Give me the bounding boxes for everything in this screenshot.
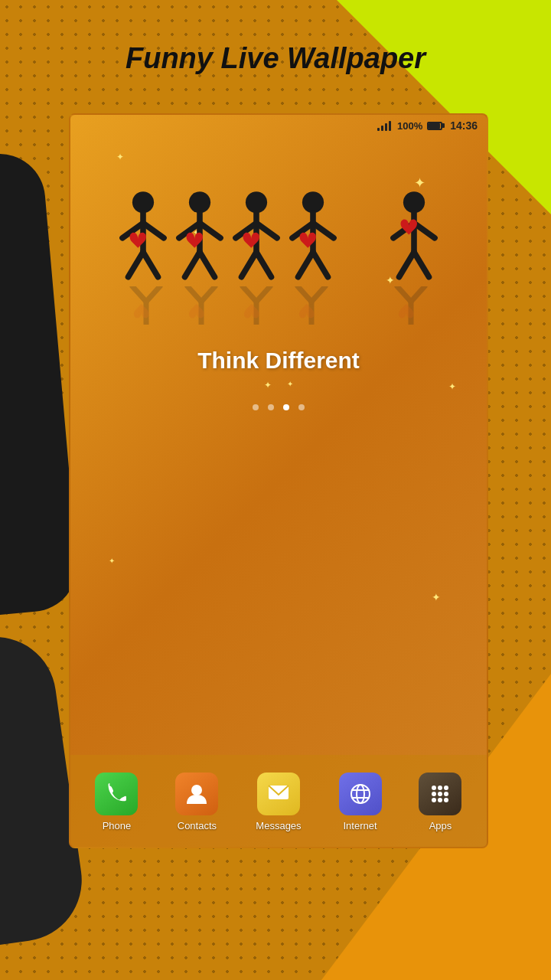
svg-line-29 — [414, 252, 429, 277]
dock-item-messages[interactable]: Messages — [256, 773, 301, 831]
bottom-dock: Phone Contacts Messages — [70, 755, 487, 847]
svg-point-52 — [438, 786, 442, 790]
svg-line-28 — [399, 252, 415, 277]
svg-point-56 — [444, 792, 448, 796]
sparkle-2: ✦ — [414, 175, 425, 191]
contacts-label: Contacts — [178, 820, 217, 831]
svg-line-37 — [243, 286, 256, 302]
sparkles-row: ✦ ✦ — [264, 380, 293, 390]
svg-point-48 — [357, 785, 364, 803]
svg-point-47 — [351, 785, 370, 803]
svg-line-31 — [132, 286, 146, 302]
svg-line-21 — [313, 223, 334, 238]
dock-item-contacts[interactable]: Contacts — [175, 773, 218, 831]
app-title: Funny Live Wallpaper — [0, 42, 551, 75]
dot-4 — [298, 404, 305, 410]
svg-point-12 — [246, 191, 267, 213]
sparkle-6: ✦ — [109, 557, 115, 565]
svg-line-22 — [298, 252, 314, 277]
svg-line-44 — [411, 286, 425, 302]
phone-screen: 100% 14:36 ✦ ✦ ✦ ✦ ✦ ✦ ✦ — [69, 113, 488, 848]
svg-line-38 — [256, 286, 270, 302]
signal-icon — [377, 120, 391, 131]
svg-point-55 — [438, 792, 442, 796]
sparkle-7: ✦ — [432, 591, 441, 603]
sparkle-low-1: ✦ — [264, 380, 272, 390]
svg-line-41 — [311, 286, 325, 302]
dot-3 — [283, 404, 289, 410]
svg-line-11 — [200, 252, 215, 277]
tagline: Think Different — [197, 348, 360, 374]
apps-icon — [419, 773, 461, 815]
svg-line-27 — [414, 223, 435, 238]
svg-point-6 — [189, 191, 210, 213]
svg-line-9 — [200, 223, 220, 238]
svg-point-57 — [432, 798, 436, 802]
svg-point-59 — [444, 798, 448, 802]
messages-label: Messages — [256, 820, 301, 831]
svg-line-4 — [129, 252, 144, 277]
phone-icon — [95, 773, 138, 815]
internet-icon — [339, 773, 382, 815]
dock-item-phone[interactable]: Phone — [95, 773, 138, 831]
wallpaper-area: ✦ ✦ ✦ ✦ ✦ ✦ ✦ — [70, 136, 487, 733]
svg-point-54 — [432, 792, 436, 796]
svg-line-34 — [187, 286, 201, 302]
dot-1 — [253, 404, 259, 410]
lone-figure-reflection — [384, 286, 438, 325]
svg-line-17 — [256, 252, 272, 277]
svg-point-58 — [438, 798, 442, 802]
svg-point-24 — [403, 191, 425, 213]
status-bar: 100% 14:36 — [70, 115, 487, 136]
sparkle-low-2: ✦ — [287, 380, 293, 390]
svg-point-53 — [444, 786, 448, 790]
svg-line-23 — [313, 252, 328, 277]
sparkle-1: ✦ — [116, 152, 124, 162]
page-indicators — [253, 404, 305, 410]
svg-line-15 — [256, 223, 277, 238]
svg-point-0 — [132, 191, 154, 213]
group-figures — [116, 190, 341, 289]
svg-point-51 — [432, 786, 436, 790]
svg-line-5 — [143, 252, 158, 277]
figure-3 — [229, 190, 284, 289]
svg-line-10 — [185, 252, 201, 277]
figure-1 — [116, 190, 171, 289]
apps-label: Apps — [429, 820, 452, 831]
svg-line-40 — [298, 286, 311, 302]
svg-line-3 — [143, 223, 164, 238]
contacts-icon — [175, 773, 218, 815]
battery-icon — [427, 122, 442, 130]
time-display: 14:36 — [450, 119, 478, 132]
phone-label: Phone — [103, 820, 132, 831]
svg-line-43 — [397, 286, 411, 302]
internet-label: Internet — [343, 820, 377, 831]
svg-point-45 — [191, 785, 202, 795]
svg-line-35 — [201, 286, 215, 302]
sparkle-5: ✦ — [448, 381, 456, 392]
battery-pct: 100% — [397, 120, 422, 132]
svg-line-16 — [242, 252, 257, 277]
dot-2 — [268, 404, 274, 410]
dock-item-internet[interactable]: Internet — [339, 773, 382, 831]
svg-line-32 — [146, 286, 160, 302]
messages-icon — [257, 773, 300, 815]
figure-2 — [172, 190, 227, 289]
dock-item-apps[interactable]: Apps — [419, 773, 461, 831]
figure-4 — [285, 190, 341, 289]
figure-lone — [386, 190, 442, 289]
figures-container — [70, 190, 487, 289]
group-reflections — [119, 286, 338, 325]
reflections-container — [70, 286, 487, 325]
svg-point-18 — [302, 191, 324, 213]
